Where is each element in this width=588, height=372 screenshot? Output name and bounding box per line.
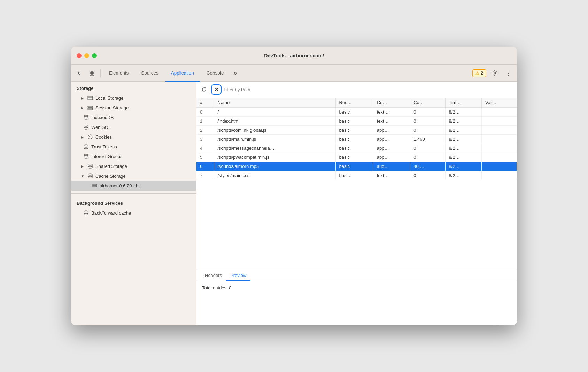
svg-point-20: [88, 174, 92, 175]
main-panel: ✕ # Name Res… Co… Co… Tim… Var…: [196, 82, 517, 325]
sidebar-item-indexeddb[interactable]: IndexedDB: [71, 113, 196, 122]
svg-rect-6: [88, 98, 93, 99]
cookies-label: Cookies: [95, 134, 112, 140]
warning-badge[interactable]: ⚠ 2: [472, 69, 486, 77]
cell-co1: app…: [373, 135, 410, 144]
inspect-icon[interactable]: [86, 68, 98, 79]
sidebar-item-cookies[interactable]: ▶ Cookies: [71, 132, 196, 142]
filter-bar: ✕: [196, 82, 517, 98]
refresh-button[interactable]: [199, 85, 209, 94]
tab-preview[interactable]: Preview: [226, 270, 250, 281]
tab-console[interactable]: Console: [201, 65, 230, 82]
cell-co2: 0: [410, 117, 445, 126]
cursor-icon[interactable]: [74, 68, 85, 79]
cell-num: 1: [196, 117, 214, 126]
cell-tim: 8/2…: [445, 135, 482, 144]
svg-point-14: [89, 136, 90, 137]
cell-co2: 0: [410, 144, 445, 153]
table-row[interactable]: 5 /scripts/pwacompat.min.js basic app… 0…: [196, 153, 517, 162]
svg-rect-7: [88, 99, 93, 100]
sidebar-item-bf-cache[interactable]: Back/forward cache: [71, 208, 196, 218]
svg-rect-21: [92, 184, 97, 185]
content-area: Storage ▶ Local Storage ▶: [71, 82, 517, 325]
table-row[interactable]: 7 /styles/main.css basic text… 0 8/2…: [196, 171, 517, 180]
trust-tokens-icon: [83, 144, 89, 150]
sidebar-item-websql[interactable]: Web SQL: [71, 122, 196, 132]
svg-rect-8: [88, 106, 93, 107]
cell-co2: 0: [410, 171, 445, 180]
cache-table: # Name Res… Co… Co… Tim… Var… 0 / basic …: [196, 98, 517, 270]
cell-co1: app…: [373, 126, 410, 135]
sidebar-item-trust-tokens[interactable]: Trust Tokens: [71, 142, 196, 152]
tab-application[interactable]: Application: [165, 65, 200, 82]
col-res: Res…: [335, 98, 373, 108]
window-title: DevTools - airhorner.com/: [264, 53, 324, 59]
background-services-title: Background Services: [71, 196, 196, 208]
tab-sources[interactable]: Sources: [136, 65, 164, 82]
table-row[interactable]: 1 /index.html basic text… 0 8/2…: [196, 117, 517, 126]
cell-co1: app…: [373, 153, 410, 162]
local-storage-label: Local Storage: [95, 95, 123, 101]
minimize-button[interactable]: [84, 53, 89, 58]
cell-co1: aud…: [373, 162, 410, 171]
cell-co1: app…: [373, 144, 410, 153]
clear-filter-button[interactable]: ✕: [211, 84, 222, 95]
cell-var: [482, 171, 517, 180]
table-row[interactable]: 4 /scripts/messagechannela… basic app… 0…: [196, 144, 517, 153]
cell-name: /scripts/pwacompat.min.js: [214, 153, 335, 162]
col-name: Name: [214, 98, 335, 108]
svg-rect-0: [90, 71, 92, 73]
svg-point-16: [90, 137, 90, 138]
filter-input[interactable]: [224, 87, 514, 92]
cell-co1: text…: [373, 171, 410, 180]
cell-res: basic: [335, 108, 373, 117]
session-storage-label: Session Storage: [95, 105, 129, 110]
toolbar-right: ⚠ 2 ⋮: [472, 68, 514, 79]
expand-arrow-icon: ▶: [81, 135, 85, 139]
shared-storage-label: Shared Storage: [95, 164, 127, 169]
indexeddb-label: IndexedDB: [91, 115, 114, 120]
warning-icon: ⚠: [475, 71, 479, 76]
table-row[interactable]: 2 /scripts/comlink.global.js basic app… …: [196, 126, 517, 135]
sidebar-item-cache-storage[interactable]: ▼ Cache Storage: [71, 171, 196, 181]
svg-rect-3: [92, 73, 94, 75]
more-options-icon[interactable]: ⋮: [503, 68, 514, 79]
cell-res: basic: [335, 144, 373, 153]
shared-storage-icon: [87, 163, 93, 169]
bf-cache-label: Back/forward cache: [91, 210, 131, 216]
svg-point-13: [88, 135, 92, 139]
session-storage-icon: [87, 104, 93, 111]
bf-cache-icon: [83, 210, 89, 216]
tab-elements[interactable]: Elements: [103, 65, 134, 82]
col-co2: Co…: [410, 98, 445, 108]
cookies-icon: [87, 134, 93, 140]
interest-groups-label: Interest Groups: [91, 154, 123, 159]
websql-label: Web SQL: [91, 125, 111, 130]
svg-rect-22: [92, 186, 97, 187]
table-row[interactable]: 6 /sounds/airhorn.mp3 basic aud… 40,… 8/…: [196, 162, 517, 171]
sidebar-item-session-storage[interactable]: ▶ Session Storage: [71, 103, 196, 113]
sidebar: Storage ▶ Local Storage ▶: [71, 82, 196, 325]
table-row[interactable]: 0 / basic text… 0 8/2…: [196, 108, 517, 117]
sidebar-item-local-storage[interactable]: ▶ Local Storage: [71, 93, 196, 103]
sidebar-item-cache-entry[interactable]: airhorner-0.6.20 - ht: [71, 181, 196, 191]
table-row[interactable]: 3 /scripts/main.min.js basic app… 1,460 …: [196, 135, 517, 144]
cell-res: basic: [335, 153, 373, 162]
tab-headers[interactable]: Headers: [201, 270, 226, 281]
settings-icon[interactable]: [489, 68, 500, 79]
cache-storage-icon: [87, 173, 93, 179]
svg-rect-2: [90, 73, 92, 75]
close-button[interactable]: [77, 53, 82, 58]
sidebar-item-interest-groups[interactable]: Interest Groups: [71, 152, 196, 161]
svg-rect-1: [92, 71, 94, 73]
svg-point-17: [84, 145, 88, 146]
svg-point-18: [84, 154, 88, 156]
cell-tim: 8/2…: [445, 144, 482, 153]
trust-tokens-label: Trust Tokens: [91, 144, 117, 149]
cache-entry-icon: [91, 183, 98, 189]
toolbar: Elements Sources Application Console » ⚠…: [71, 65, 517, 82]
sidebar-item-shared-storage[interactable]: ▶ Shared Storage: [71, 161, 196, 171]
bottom-content: Total entries: 8: [196, 281, 517, 295]
maximize-button[interactable]: [92, 53, 97, 58]
more-tabs-button[interactable]: »: [231, 65, 240, 82]
